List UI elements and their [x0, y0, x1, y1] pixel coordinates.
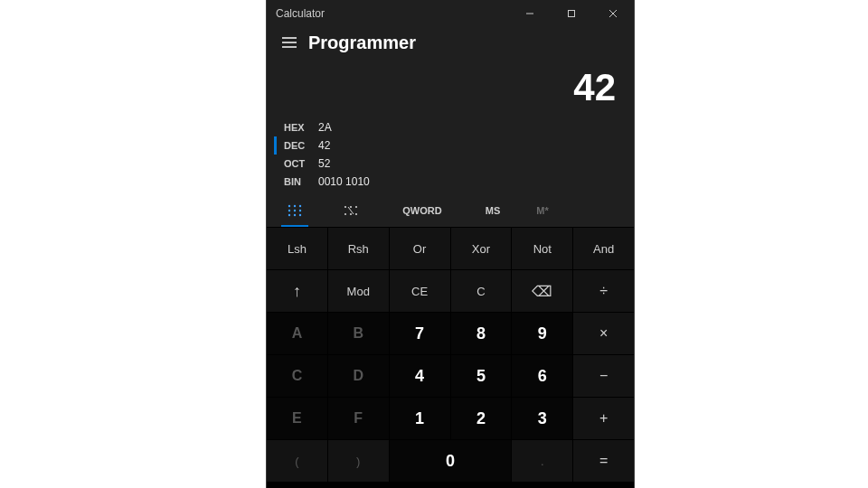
key-f[interactable]: F [328, 398, 389, 439]
base-dec-value: 42 [318, 139, 330, 152]
base-dec[interactable]: DEC 42 [274, 136, 634, 155]
base-oct-value: 52 [318, 157, 330, 170]
svg-point-15 [299, 214, 301, 216]
base-oct-label: OCT [284, 158, 318, 169]
svg-point-12 [299, 210, 301, 211]
maximize-button[interactable] [551, 0, 592, 27]
key-and[interactable]: And [573, 228, 634, 269]
key-4[interactable]: 4 [390, 355, 450, 397]
menu-button[interactable] [276, 33, 303, 52]
base-dec-label: DEC [284, 140, 318, 151]
word-size-button[interactable]: QWORD [379, 194, 466, 227]
key-6[interactable]: 6 [512, 355, 572, 397]
svg-rect-1 [569, 11, 575, 17]
key-dot[interactable]: . [512, 440, 572, 482]
key-3[interactable]: 3 [512, 398, 572, 439]
svg-point-19 [344, 213, 346, 215]
svg-point-16 [344, 206, 346, 208]
svg-point-9 [299, 205, 301, 207]
base-oct[interactable]: OCT 52 [274, 155, 634, 173]
key-divide[interactable]: ÷ [573, 270, 634, 312]
keypad-icon [288, 204, 302, 217]
minimize-button[interactable] [509, 0, 551, 27]
key-clear[interactable]: C [451, 270, 512, 312]
svg-point-13 [288, 214, 290, 216]
key-rparen[interactable]: ) [328, 440, 389, 482]
svg-point-14 [294, 214, 296, 216]
key-b[interactable]: B [328, 313, 389, 354]
svg-point-8 [294, 205, 296, 207]
active-tab-underline [281, 225, 308, 227]
key-e[interactable]: E [267, 398, 327, 439]
close-icon [609, 9, 618, 18]
window-buttons [509, 0, 634, 27]
key-a[interactable]: A [267, 313, 327, 354]
base-hex-value: 2A [318, 121, 332, 134]
mode-label: Programmer [308, 33, 416, 53]
svg-point-21 [355, 213, 357, 215]
keypad: Lsh Rsh Or Xor Not And ↑ Mod CE C ⌫ ÷ A … [267, 228, 634, 488]
memory-store-button[interactable]: MS [466, 194, 520, 227]
titlebar: Calculator [267, 0, 634, 27]
key-c-hex[interactable]: C [267, 355, 327, 397]
key-multiply[interactable]: × [573, 313, 634, 354]
key-or[interactable]: Or [390, 228, 450, 269]
key-9[interactable]: 9 [512, 313, 572, 354]
bit-toggle-icon [343, 204, 359, 217]
key-subtract[interactable]: − [573, 355, 634, 397]
key-rsh[interactable]: Rsh [328, 228, 389, 269]
key-lsh[interactable]: Lsh [267, 228, 327, 269]
svg-point-11 [294, 210, 296, 211]
base-bin-label: BIN [284, 176, 318, 187]
base-bin[interactable]: BIN 0010 1010 [274, 173, 634, 191]
key-up[interactable]: ↑ [267, 270, 327, 312]
svg-point-20 [350, 213, 352, 215]
key-not[interactable]: Not [512, 228, 572, 269]
base-list: HEX 2A DEC 42 OCT 52 BIN 0010 1010 [267, 118, 634, 194]
key-0[interactable]: 0 [390, 440, 512, 482]
svg-point-17 [350, 206, 352, 208]
key-5[interactable]: 5 [451, 355, 512, 397]
result-display: 42 [267, 62, 634, 118]
svg-point-18 [355, 206, 357, 208]
key-ce[interactable]: CE [390, 270, 450, 312]
hamburger-icon [282, 37, 297, 48]
maximize-icon [567, 9, 576, 18]
svg-point-10 [288, 210, 290, 211]
calculator-window: Calculator Programmer 42 HEX 2A DEC 42 [267, 0, 634, 488]
window-title: Calculator [276, 7, 325, 20]
key-1[interactable]: 1 [390, 398, 450, 439]
key-backspace[interactable]: ⌫ [512, 270, 572, 312]
key-equals[interactable]: = [573, 440, 634, 482]
key-d[interactable]: D [328, 355, 389, 397]
base-hex[interactable]: HEX 2A [274, 118, 634, 136]
key-2[interactable]: 2 [451, 398, 512, 439]
base-bin-value: 0010 1010 [318, 175, 370, 188]
base-hex-label: HEX [284, 122, 318, 133]
key-8[interactable]: 8 [451, 313, 512, 354]
close-button[interactable] [592, 0, 634, 27]
key-add[interactable]: + [573, 398, 634, 439]
key-lparen[interactable]: ( [267, 440, 327, 482]
svg-point-7 [288, 205, 290, 207]
header: Programmer [267, 27, 634, 62]
memory-dropdown-button[interactable]: M* [520, 194, 565, 227]
key-7[interactable]: 7 [390, 313, 450, 354]
toolbar: QWORD MS M* [267, 194, 634, 228]
key-mod[interactable]: Mod [328, 270, 389, 312]
bit-toggle[interactable] [323, 194, 379, 227]
minimize-icon [525, 9, 534, 18]
key-xor[interactable]: Xor [451, 228, 512, 269]
keypad-toggle[interactable] [267, 194, 323, 227]
